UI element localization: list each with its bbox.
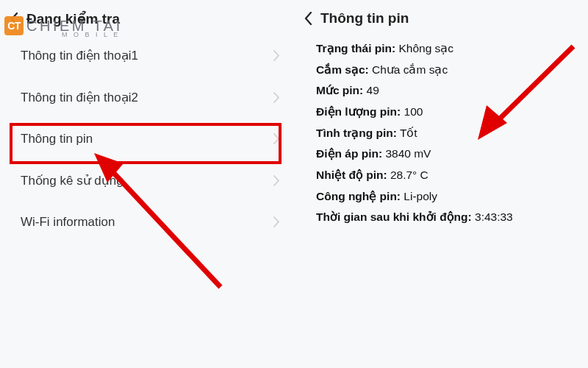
field-technology: Công nghệ pin: Li-poly	[316, 186, 588, 208]
chevron-right-icon	[273, 92, 281, 104]
chevron-right-icon	[273, 133, 281, 145]
row-wifi-info[interactable]: Wi-Fi information	[0, 202, 294, 243]
field-uptime: Thời gian sau khi khởi động: 3:43:33	[316, 207, 588, 228]
row-usage-stats[interactable]: Thống kê sử dụng	[0, 160, 294, 202]
row-label: Thông tin điện thoại2	[21, 90, 138, 105]
field-charger: Cắm sạc: Chưa cắm sạc	[316, 60, 588, 81]
row-phone-info-2[interactable]: Thông tin điện thoại2	[0, 77, 294, 118]
back-icon[interactable]	[303, 10, 313, 26]
chevron-right-icon	[273, 216, 281, 228]
field-capacity: Điện lượng pin: 100	[316, 102, 588, 123]
row-label: Thông tin pin	[21, 132, 93, 146]
header-title: Thông tin pin	[320, 10, 409, 26]
watermark-sub: M O B I L E	[62, 31, 120, 38]
row-label: Thống kê sử dụng	[21, 173, 123, 188]
field-temperature: Nhiệt độ pin: 28.7° C	[316, 165, 588, 186]
header-battery: Thông tin pin	[294, 0, 588, 34]
row-battery-info[interactable]: Thông tin pin	[0, 118, 294, 160]
header-checking: Đang kiểm tra	[0, 0, 294, 35]
row-label: Thông tin điện thoại1	[21, 48, 138, 63]
row-label: Wi-Fi information	[21, 215, 115, 230]
pane-battery-info: Thông tin pin Trạng thái pin: Không sạc …	[294, 0, 588, 368]
battery-details: Trạng thái pin: Không sạc Cắm sạc: Chưa …	[294, 34, 588, 228]
settings-list: Thông tin điện thoại1 Thông tin điện tho…	[0, 35, 294, 243]
chevron-right-icon	[273, 175, 281, 187]
row-phone-info-1[interactable]: Thông tin điện thoại1	[0, 35, 294, 77]
field-level: Mức pin: 49	[316, 80, 588, 102]
field-voltage: Điện áp pin: 3840 mV	[316, 144, 588, 165]
chevron-right-icon	[273, 50, 281, 62]
field-health: Tình trạng pin: Tốt	[316, 123, 588, 144]
back-icon[interactable]	[9, 11, 19, 27]
header-title: Đang kiểm tra	[26, 10, 120, 27]
pane-checking: Đang kiểm tra Thông tin điện thoại1 Thôn…	[0, 0, 294, 368]
field-battery-status: Trạng thái pin: Không sạc	[316, 38, 588, 60]
